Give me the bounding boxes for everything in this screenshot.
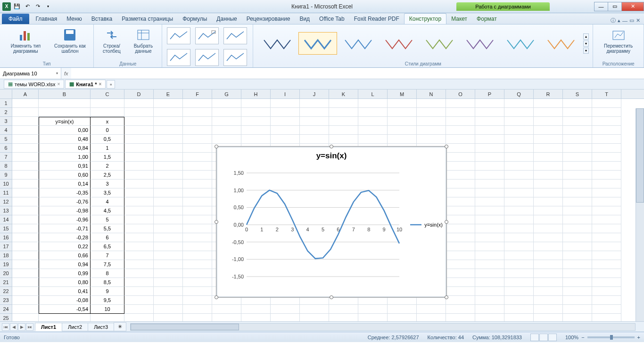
cell[interactable]: 3,5: [91, 188, 124, 197]
cell[interactable]: [446, 171, 475, 180]
row-header[interactable]: 9: [0, 171, 12, 180]
cell[interactable]: [504, 144, 534, 153]
cell[interactable]: [534, 233, 563, 242]
row-header[interactable]: 7: [0, 153, 12, 162]
tab-menu[interactable]: Меню: [62, 14, 86, 24]
cell[interactable]: [592, 314, 621, 321]
sheet-nav-last-icon[interactable]: ⏭: [26, 323, 33, 331]
cell[interactable]: [475, 206, 504, 215]
cell[interactable]: [446, 251, 475, 260]
cell[interactable]: [154, 206, 183, 215]
cell[interactable]: [446, 162, 475, 171]
row-header[interactable]: 22: [0, 287, 12, 296]
switch-row-col-button[interactable]: Строка/столбец: [98, 26, 125, 55]
cell[interactable]: [124, 135, 154, 144]
cell[interactable]: 2,5: [91, 171, 124, 180]
tab-foxit[interactable]: Foxit Reader PDF: [349, 14, 404, 24]
column-header[interactable]: J: [300, 90, 329, 98]
cell[interactable]: [534, 242, 563, 251]
select-all-corner[interactable]: [0, 90, 12, 99]
cell[interactable]: [271, 108, 300, 117]
cell[interactable]: [475, 153, 504, 162]
cell[interactable]: [504, 278, 534, 287]
close-button[interactable]: ✕: [621, 2, 644, 11]
cell[interactable]: 7,5: [91, 260, 124, 269]
cell[interactable]: [534, 153, 563, 162]
cell[interactable]: 0,91: [39, 162, 91, 171]
row-header[interactable]: 4: [0, 126, 12, 135]
cell[interactable]: [504, 153, 534, 162]
row-header[interactable]: 24: [0, 305, 12, 314]
cell[interactable]: [475, 188, 504, 197]
cell[interactable]: x: [91, 117, 124, 126]
resize-handle[interactable]: [215, 220, 218, 224]
column-header[interactable]: P: [475, 90, 504, 98]
resize-handle[interactable]: [330, 295, 333, 299]
cell[interactable]: [446, 188, 475, 197]
cell[interactable]: 6: [91, 233, 124, 242]
cell[interactable]: [358, 314, 388, 321]
row-header[interactable]: 16: [0, 233, 12, 242]
cell[interactable]: [124, 269, 154, 278]
cell[interactable]: [183, 180, 212, 188]
chart-style-option[interactable]: [501, 32, 540, 55]
cell[interactable]: [271, 117, 300, 126]
cell[interactable]: [12, 215, 39, 224]
cell[interactable]: [446, 269, 475, 278]
cell[interactable]: [12, 108, 39, 117]
cell[interactable]: [592, 162, 621, 171]
row-header[interactable]: 19: [0, 260, 12, 269]
cell[interactable]: 0,80: [39, 278, 91, 287]
cell[interactable]: [271, 314, 300, 321]
undo-icon[interactable]: ↶: [23, 2, 32, 11]
zoom-in-icon[interactable]: +: [637, 335, 640, 340]
cell[interactable]: [124, 260, 154, 269]
cell[interactable]: [154, 135, 183, 144]
cell[interactable]: [241, 117, 271, 126]
cell[interactable]: [504, 251, 534, 260]
cell[interactable]: [388, 117, 417, 126]
row-header[interactable]: 25: [0, 314, 12, 321]
cell[interactable]: [534, 287, 563, 296]
column-header[interactable]: S: [563, 90, 592, 98]
cell[interactable]: [592, 171, 621, 180]
cell[interactable]: [12, 278, 39, 287]
resize-handle[interactable]: [445, 220, 448, 224]
cell[interactable]: [154, 171, 183, 180]
cell[interactable]: [154, 188, 183, 197]
cell[interactable]: [358, 305, 388, 314]
cell[interactable]: 6,5: [91, 242, 124, 251]
chart-layout-option[interactable]: [167, 27, 190, 44]
cell[interactable]: [12, 233, 39, 242]
cell[interactable]: [124, 117, 154, 126]
cell[interactable]: [446, 180, 475, 188]
cell[interactable]: [504, 233, 534, 242]
cell[interactable]: [563, 269, 592, 278]
cell[interactable]: [475, 126, 504, 135]
cell[interactable]: [212, 108, 241, 117]
column-header[interactable]: T: [592, 90, 621, 98]
cell[interactable]: [183, 126, 212, 135]
cell[interactable]: 5: [91, 215, 124, 224]
cell[interactable]: [592, 180, 621, 188]
cell[interactable]: [563, 242, 592, 251]
cell[interactable]: [446, 242, 475, 251]
cell[interactable]: [329, 99, 358, 108]
chart-layout-option[interactable]: [223, 49, 247, 66]
cell[interactable]: [300, 135, 329, 144]
save-icon[interactable]: 💾: [12, 2, 22, 11]
cell[interactable]: 0,22: [39, 242, 91, 251]
cell[interactable]: [475, 296, 504, 305]
cell[interactable]: [183, 305, 212, 314]
cell[interactable]: [12, 206, 39, 215]
cell[interactable]: [183, 224, 212, 233]
cell[interactable]: 0,41: [39, 287, 91, 296]
cell[interactable]: [241, 135, 271, 144]
chart-style-option[interactable]: [298, 32, 337, 55]
embedded-chart[interactable]: y=sin(x) -1,50-1,00-0,500,000,501,001,50…: [216, 146, 447, 298]
tab-format[interactable]: Формат: [472, 14, 502, 24]
tab-design[interactable]: Конструктор: [404, 13, 446, 24]
new-doc-tab[interactable]: ▫: [107, 80, 115, 89]
cell[interactable]: [504, 180, 534, 188]
cell[interactable]: 0,60: [39, 171, 91, 180]
